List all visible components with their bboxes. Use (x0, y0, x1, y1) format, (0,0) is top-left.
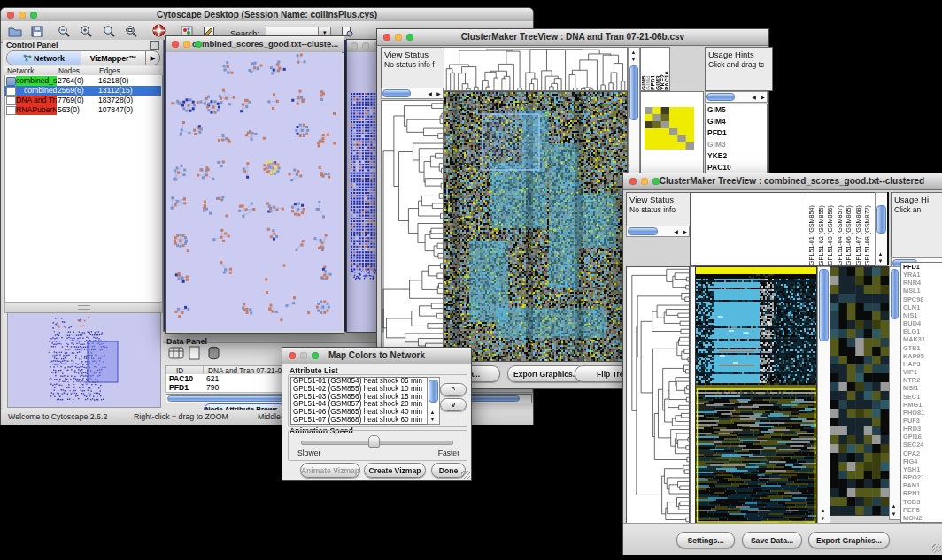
scroll-left-icon[interactable]: ◀ (426, 91, 434, 96)
gene-list-item[interactable]: VIP1 (901, 368, 942, 376)
gene-list-item[interactable]: HAP3 (901, 360, 942, 368)
scroll-up-icon[interactable]: ▲ (629, 50, 637, 55)
speed-slider-thumb[interactable] (368, 435, 380, 448)
minimize-icon[interactable] (300, 352, 307, 359)
col-network[interactable]: Network (4, 66, 58, 75)
close-icon[interactable] (629, 178, 637, 185)
gene-list-item[interactable]: PFD1 (706, 127, 767, 139)
tv2-column-label[interactable]: GPL51-07 (GSM868) (854, 193, 864, 265)
birdseye-view-canvas[interactable] (7, 312, 161, 408)
gene-list-item[interactable]: GTB1 (901, 344, 942, 352)
tv2-column-label[interactable]: GPL51-06 (GSM865) (845, 193, 854, 265)
scroll-right-icon[interactable]: ▶ (435, 91, 443, 96)
tv2-heatmap-canvas[interactable] (695, 266, 817, 525)
scroll-left-icon[interactable]: ◀ (750, 95, 758, 100)
tv2-column-label[interactable]: GPL51-01 (GSM854) (807, 193, 817, 265)
network1-titlebar[interactable]: combined_scores_good.txt--cluste... (166, 36, 344, 53)
network-row[interactable]: combined_scores_ 2764(0) 16218(0) (4, 76, 161, 86)
scroll-up-icon[interactable]: ▲ (876, 251, 884, 257)
new-attribute-icon[interactable] (188, 346, 202, 364)
settings-button[interactable]: Settings... (676, 532, 735, 548)
zoom-window-icon[interactable] (652, 178, 660, 185)
minimize-icon[interactable] (183, 41, 190, 48)
gene-list-item[interactable]: PAN1 (901, 481, 942, 489)
tv2-status-hscrollbar[interactable]: ◀ ▶ (626, 226, 690, 237)
tv1-usage-hscrollbar[interactable]: ◀ ▶ (705, 91, 768, 103)
gene-list-item[interactable]: RNR4 (901, 279, 942, 287)
tv2-labels-vscrollbar[interactable]: ▲ ▼ (875, 192, 888, 266)
gene-list-item[interactable]: TCB3 (901, 498, 942, 506)
scroll-up-icon[interactable]: ▲ (890, 503, 898, 509)
close-icon[interactable] (351, 42, 358, 50)
gene-list-item[interactable]: CLN1 (901, 303, 942, 311)
tv2-zoom-vscrollbar[interactable]: ▲ ▼ (889, 266, 900, 520)
resize-grip[interactable] (932, 544, 941, 553)
zoom-window-icon[interactable] (406, 34, 413, 41)
open-file-icon[interactable] (8, 25, 22, 41)
tv2-status-hscroll-thumb[interactable] (628, 227, 658, 235)
gene-list-item[interactable]: MSI1 (901, 384, 942, 392)
gene-list-item[interactable]: ELG1 (901, 327, 942, 335)
network1-canvas[interactable] (166, 52, 342, 331)
tv1-column-label[interactable]: GIM3 (655, 48, 660, 90)
tv1-column-dendrogram[interactable] (444, 47, 628, 91)
tv2-row-dendrogram[interactable] (626, 266, 690, 525)
window-controls[interactable] (7, 12, 37, 19)
gene-list-item[interactable]: MON2 (901, 514, 942, 522)
gene-list-item[interactable]: GIM5 (706, 104, 767, 116)
close-icon[interactable] (383, 34, 390, 41)
minimize-icon[interactable] (641, 178, 648, 185)
tv2-column-label[interactable]: GPL51-03 (GSM856) (826, 193, 836, 265)
col-edges[interactable]: Edges (97, 66, 163, 75)
delete-attribute-icon[interactable] (207, 346, 220, 364)
scroll-up-icon[interactable]: ▲ (429, 410, 436, 415)
tab-overflow-icon[interactable]: ▶ (146, 51, 159, 65)
tv1-vscroll-thumb[interactable] (629, 65, 638, 120)
gene-list-item[interactable]: NIS1 (901, 311, 942, 319)
gene-list-item[interactable]: PHO81 (901, 409, 942, 417)
tv2-labels-vscroll-thumb[interactable] (876, 205, 886, 234)
tv1-status-hscroll-thumb[interactable] (382, 89, 411, 97)
animate-vizmap-button[interactable]: Animate Vizmap (300, 463, 360, 478)
gene-list-item[interactable]: MAK31 (901, 335, 942, 343)
tv1-heatmap-canvas[interactable] (444, 91, 628, 362)
tv1-column-label[interactable]: PFD1 (650, 48, 654, 90)
scroll-right-icon[interactable]: ▶ (759, 95, 767, 100)
zoom-selected-icon[interactable] (103, 25, 116, 41)
gene-list-item[interactable]: SEC24 (901, 441, 942, 449)
tv1-column-label[interactable]: PAC10 (664, 48, 668, 90)
save-icon[interactable] (31, 25, 43, 41)
network-row[interactable]: DNA and Tran 0 7769(0) 183728(0) (4, 96, 161, 105)
resize-grip[interactable] (461, 471, 470, 479)
gene-list-item[interactable]: SPC98 (901, 295, 942, 303)
tv2-zoom-vscroll-thumb[interactable] (891, 269, 899, 319)
gene-list-item[interactable]: HMG1 (901, 401, 942, 409)
scroll-down-icon[interactable]: ▼ (819, 516, 827, 521)
gene-list-item[interactable]: GPI16 (901, 433, 942, 441)
gene-list-item[interactable]: CPA2 (901, 449, 942, 457)
attribute-list-item[interactable]: GPL51-07 (GSM868) heat shock 60 min (291, 417, 428, 425)
dialog-titlebar[interactable]: Map Colors to Network (282, 348, 471, 364)
move-up-button[interactable]: ^ (440, 383, 467, 396)
minimize-icon[interactable] (362, 42, 369, 50)
export-graphics-button[interactable]: Export Graphics... (507, 365, 585, 382)
gene-list-item[interactable]: NTR2 (901, 376, 942, 384)
create-vizmap-button[interactable]: Create Vizmap (364, 463, 426, 478)
save-data-button[interactable]: Save Data... (742, 532, 802, 548)
tv1-row-dendrogram[interactable] (381, 100, 444, 362)
gene-list-item[interactable]: BUD4 (901, 319, 942, 327)
attribute-list-vscrollbar[interactable]: ▲ ▼ (427, 377, 440, 425)
tv2-column-dendrogram[interactable] (690, 192, 808, 266)
scroll-down-icon[interactable]: ▼ (629, 57, 637, 62)
treeview1-titlebar[interactable]: ClusterMaker TreeView : DNA and Tran 07-… (377, 29, 768, 46)
minimize-icon[interactable] (395, 34, 402, 41)
tv1-usage-hscroll-thumb[interactable] (706, 93, 735, 101)
gene-list-item[interactable]: RPN1 (901, 489, 942, 497)
gene-list-item[interactable]: SEC1 (901, 393, 942, 401)
gene-list-item[interactable]: PUF3 (901, 417, 942, 425)
gene-list-item[interactable]: HRD3 (901, 425, 942, 433)
close-icon[interactable] (7, 12, 14, 19)
gene-list-item[interactable]: MSL1 (901, 287, 942, 295)
help-lifering-icon[interactable] (152, 24, 166, 41)
zoom-in-icon[interactable] (80, 25, 93, 41)
